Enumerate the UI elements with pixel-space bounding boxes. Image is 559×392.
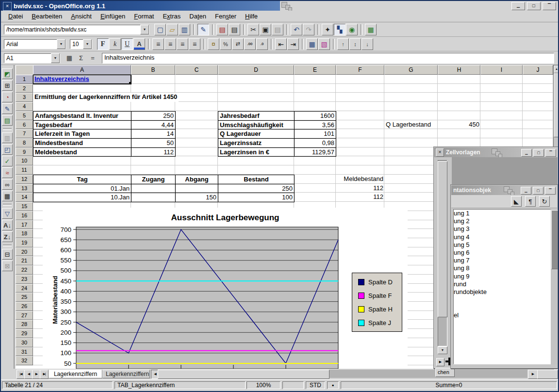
style-list-item[interactable] <box>454 296 552 304</box>
form-controls-icon[interactable]: ▤ <box>2 115 13 126</box>
styles-list[interactable]: ung 1ung 2ung 3ung 4ung 5ung 6ung 7ung 8… <box>453 209 552 364</box>
row-header-3[interactable]: 3 <box>16 93 33 102</box>
style-list-item[interactable]: ung 3 <box>454 225 552 233</box>
row-header-5[interactable]: 5 <box>16 111 33 120</box>
align-center-icon[interactable]: ≡ <box>164 38 176 50</box>
align-top-icon[interactable]: ↑ <box>337 38 349 50</box>
insert-cells-icon[interactable]: ⊞ <box>2 80 13 91</box>
increase-indent-icon[interactable]: ⇥ <box>287 38 299 50</box>
update-style-icon[interactable]: ↻ <box>539 196 550 207</box>
cut-icon[interactable]: ✂ <box>247 24 259 35</box>
style-list-item[interactable]: ung 1 <box>454 210 552 217</box>
edit-file-icon[interactable]: ✎ <box>197 24 209 35</box>
cell-A6[interactable]: Tagesbedarf <box>33 120 132 130</box>
autospellcheck-icon[interactable]: ≈ <box>2 167 13 178</box>
name-box[interactable]: A1 ▼ <box>4 53 60 63</box>
row-header-17[interactable]: 17 <box>16 220 33 229</box>
cell-E9[interactable]: 1129,57 <box>294 147 336 157</box>
shade-button[interactable]: ▔ <box>545 187 556 195</box>
cell-A7[interactable]: Lieferzeit in Tagen <box>33 129 132 139</box>
decrease-indent-icon[interactable]: ⇤ <box>275 38 287 50</box>
row-header-32[interactable]: 32 <box>16 356 33 365</box>
column-header-J[interactable]: J <box>523 65 553 75</box>
row-header-18[interactable]: 18 <box>16 229 33 238</box>
stylist-next-icon[interactable]: ▶ <box>436 358 444 366</box>
insert-object-icon[interactable]: ◔ <box>2 92 13 102</box>
column-header-I[interactable]: I <box>480 65 523 75</box>
fill-format-mode-icon[interactable]: ◣ <box>511 196 522 207</box>
cell-B9[interactable]: 112 <box>131 147 176 157</box>
row-header-14[interactable]: 14 <box>16 193 33 202</box>
cell-H6[interactable]: 450 <box>438 120 481 130</box>
cell-C14[interactable]: 150 <box>175 193 218 202</box>
borders-icon[interactable]: ▦ <box>306 38 318 50</box>
open-document-icon[interactable]: ▱ <box>166 24 178 35</box>
row-header-8[interactable]: 8 <box>16 138 33 147</box>
align-right-icon[interactable]: ≡ <box>177 38 188 50</box>
row-header-9[interactable]: 9 <box>16 147 33 157</box>
cell-F14[interactable]: 112 <box>336 193 385 202</box>
cell-D14[interactable]: 100 <box>218 193 295 202</box>
equals-icon[interactable]: = <box>87 53 98 63</box>
row-header-30[interactable]: 30 <box>16 338 33 347</box>
cell-C12[interactable]: Abgang <box>175 175 218 184</box>
menu-datei[interactable]: Datei <box>4 12 27 21</box>
row-header-12[interactable]: 12 <box>16 175 33 184</box>
sheet-tab-1[interactable]: Lagerkennziffern <box>49 370 102 378</box>
cell-F13[interactable]: 112 <box>336 184 385 193</box>
align-left-icon[interactable]: ≡ <box>152 38 164 50</box>
cell-B14[interactable] <box>131 193 176 202</box>
row-header-1[interactable]: 1 <box>16 75 33 84</box>
row-header-19[interactable]: 19 <box>16 238 33 247</box>
cell-G6[interactable]: Q Lagerbestand <box>384 120 438 130</box>
maximize-button[interactable]: ▢ <box>527 2 541 10</box>
cell-D12[interactable]: Bestand <box>218 175 295 184</box>
cell-D9[interactable]: Lagerzinsen in € <box>218 147 295 157</box>
cell-D8[interactable]: Lagerzinssatz <box>218 138 295 148</box>
style-list-item[interactable] <box>454 304 552 311</box>
cell-E8[interactable]: 0,98 <box>294 138 336 148</box>
window-close-button[interactable]: × <box>3 2 12 11</box>
row-header-11[interactable]: 11 <box>16 165 33 175</box>
minimize-button[interactable]: ▁ <box>511 2 525 10</box>
font-name-value[interactable]: Arial <box>4 41 57 48</box>
praesentationsobjekte-titlebar[interactable]: ntationsobjek ▁▢▔ <box>451 185 557 195</box>
maximize-button[interactable]: ▢ <box>533 187 543 195</box>
cell-A5[interactable]: Anfangsbestand lt. Inventur <box>33 111 132 121</box>
row-header-21[interactable]: 21 <box>16 256 33 265</box>
horizontal-scroll-thumb[interactable] <box>158 370 329 379</box>
menu-bearbeiten[interactable]: Bearbeiten <box>27 12 66 21</box>
navigator-icon[interactable]: ✦ <box>322 24 333 35</box>
align-bottom-icon[interactable]: ↓ <box>362 38 373 50</box>
shade-button[interactable]: ▔ <box>543 2 556 10</box>
cell-A3[interactable]: Ermittlung der Lagerkennziffern für Arti… <box>33 93 179 102</box>
maximize-button[interactable]: ▢ <box>533 149 544 157</box>
cell-A12[interactable]: Tag <box>33 175 132 184</box>
zellvorlagen-titlebar[interactable]: × Zellvorlagen ▁▢▔ <box>434 147 558 157</box>
cell-B5[interactable]: 250 <box>131 111 176 121</box>
cell-D7[interactable]: Q Lagerdauer <box>218 129 295 139</box>
chart-object[interactable]: 5010015020025030035040045050055060065070… <box>43 208 408 369</box>
cell-B12[interactable]: Zugang <box>131 175 176 184</box>
column-header-G[interactable]: G <box>384 65 438 75</box>
row-header-23[interactable]: 23 <box>16 275 33 284</box>
column-header-B[interactable]: B <box>131 65 175 75</box>
menu-daten[interactable]: Daten <box>185 12 211 21</box>
function-wizard-icon[interactable]: ▦ <box>64 53 75 63</box>
background-color-icon[interactable]: ▧ <box>318 38 330 50</box>
column-header-D[interactable]: D <box>218 65 294 75</box>
new-document-icon[interactable]: ▢ <box>154 24 166 35</box>
cell-A8[interactable]: Mindestbestand <box>33 138 132 148</box>
add-decimal-icon[interactable]: .00 <box>244 38 256 50</box>
name-box-dropdown-icon[interactable]: ▼ <box>51 53 60 63</box>
style-list-item[interactable]: ung 5 <box>454 241 552 249</box>
stylist-icon[interactable]: ▚ <box>334 24 345 35</box>
row-header-20[interactable]: 20 <box>16 247 33 257</box>
styles-scrollbar[interactable] <box>551 209 558 364</box>
row-header-26[interactable]: 26 <box>16 302 33 311</box>
underline-icon[interactable]: U <box>121 38 133 50</box>
cell-E6[interactable]: 3,56 <box>294 120 336 130</box>
row-header-7[interactable]: 7 <box>16 129 33 138</box>
delete-decimal-icon[interactable]: .0 <box>256 38 268 50</box>
menu-format[interactable]: Format <box>130 12 158 21</box>
